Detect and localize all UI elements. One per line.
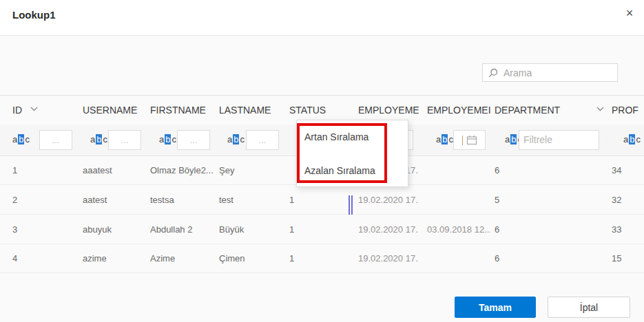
- ok-button[interactable]: Tamam: [455, 297, 536, 318]
- cell-firstname: Olmaz Böyle2...: [150, 156, 214, 184]
- cell-department: 5: [495, 185, 594, 214]
- cell-firstname: Abdullah 2: [150, 215, 214, 244]
- cell-firstname: Azime: [150, 244, 214, 272]
- cell-username: abuyuk: [83, 215, 146, 244]
- lookup-dialog: Lookup1 × ID USERNAME FIRSTNAME LASTNAME…: [0, 0, 644, 322]
- filter-date-input-employement2[interactable]: [453, 130, 486, 150]
- chevron-down-icon: [596, 107, 604, 111]
- cell-employement1: 19.02.2020 17...: [358, 185, 419, 214]
- abc-filter-operation-icon[interactable]: abc: [159, 134, 176, 144]
- filter-input-username[interactable]: [108, 130, 141, 150]
- column-header-id[interactable]: ID: [12, 96, 67, 125]
- search-icon: [488, 68, 498, 78]
- cell-username: aaatest: [83, 156, 146, 184]
- menu-item-sort-descending[interactable]: Azalan Sıralama: [297, 154, 408, 188]
- filter-input-id[interactable]: [39, 130, 72, 150]
- abc-filter-operation-icon[interactable]: abc: [227, 134, 245, 144]
- filter-input-lastname[interactable]: [246, 130, 279, 150]
- column-header-lastname[interactable]: LASTNAME: [219, 96, 284, 125]
- cell-id: 1: [12, 156, 67, 184]
- filter-input-department[interactable]: [519, 130, 599, 150]
- chevron-down-icon: [30, 107, 38, 111]
- cell-status: 1: [289, 185, 348, 214]
- cancel-button[interactable]: İptal: [548, 297, 630, 318]
- close-icon: ×: [626, 6, 634, 20]
- cell-prof: 34: [612, 156, 644, 184]
- cell-prof: 33: [612, 215, 644, 244]
- cell-department: 6: [495, 244, 594, 272]
- cell-employement2: 03.09.2018 12...: [427, 215, 490, 244]
- close-button[interactable]: ×: [620, 3, 639, 23]
- cell-prof: 15: [612, 244, 644, 272]
- search-box: [482, 63, 618, 82]
- search-input[interactable]: [503, 67, 607, 78]
- cell-employement1: 19.02.2020 17...: [358, 244, 419, 272]
- cell-lastname: Şey: [219, 156, 284, 184]
- column-header-username[interactable]: USERNAME: [83, 96, 146, 125]
- cell-lastname: Çimen: [219, 244, 284, 272]
- cell-status: 1: [289, 244, 348, 272]
- abc-filter-operation-icon[interactable]: abc: [436, 134, 453, 144]
- abc-filter-operation-icon[interactable]: abc: [12, 134, 30, 144]
- column-resize-indicator: [349, 195, 353, 215]
- cell-lastname: Büyük: [219, 215, 284, 244]
- cell-employement2: [427, 185, 490, 214]
- cell-employement2: [427, 244, 490, 272]
- cell-username: azime: [83, 244, 146, 272]
- page-title: Lookup1: [12, 9, 56, 21]
- cell-employement2: [427, 156, 490, 184]
- text-caret: [462, 136, 463, 145]
- dialog-titlebar: Lookup1 ×: [0, 0, 644, 36]
- column-header-employement2[interactable]: EMPLOYEMEI: [427, 96, 490, 125]
- column-header-firstname[interactable]: FIRSTNAME: [150, 96, 214, 125]
- abc-filter-operation-icon[interactable]: abc: [623, 134, 641, 144]
- menu-item-sort-ascending[interactable]: Artan Sıralama: [297, 120, 408, 154]
- cell-id: 4: [12, 244, 67, 272]
- cell-department: 6: [495, 156, 594, 184]
- cell-prof: 32: [612, 185, 644, 214]
- cell-id: 3: [12, 215, 67, 244]
- table-row[interactable]: 2 aatest testsa test 1 19.02.2020 17... …: [0, 185, 644, 215]
- cell-status: 1: [289, 215, 348, 244]
- table-row[interactable]: 3 abuyuk Abdullah 2 Büyük 1 19.02.2020 1…: [0, 215, 644, 244]
- abc-filter-operation-icon[interactable]: abc: [90, 134, 107, 144]
- cell-lastname: test: [219, 185, 284, 214]
- cell-id: 2: [12, 185, 67, 214]
- cell-firstname: testsa: [150, 185, 214, 214]
- cell-username: aatest: [83, 185, 146, 214]
- cell-department: 6: [495, 215, 594, 244]
- column-header-department[interactable]: DEPARTMENT: [495, 96, 594, 125]
- filter-input-firstname[interactable]: [177, 130, 210, 150]
- calendar-icon: [466, 135, 477, 145]
- cell-employement1: 19.02.2020 17...: [358, 215, 419, 244]
- table-row[interactable]: 4 azime Azime Çimen 1 19.02.2020 17... 6…: [0, 244, 644, 273]
- column-header-prof[interactable]: PROF: [612, 96, 644, 125]
- sort-context-menu: Artan Sıralama Azalan Sıralama: [296, 120, 408, 187]
